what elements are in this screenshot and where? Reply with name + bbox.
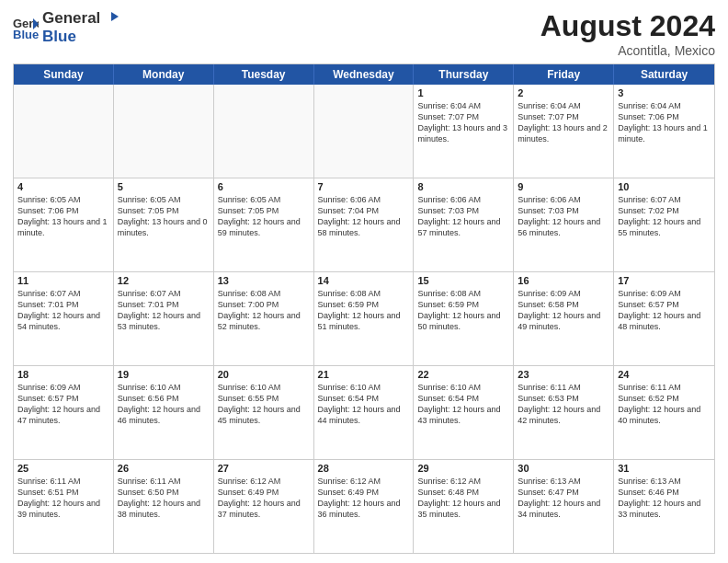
day-number: 27 xyxy=(218,463,310,474)
day-cell-25: 25Sunrise: 6:11 AMSunset: 6:51 PMDayligh… xyxy=(14,460,114,553)
day-cell-19: 19Sunrise: 6:10 AMSunset: 6:56 PMDayligh… xyxy=(114,366,214,459)
logo-icon: General Blue xyxy=(13,15,39,40)
day-info: Sunrise: 6:04 AMSunset: 7:07 PMDaylight:… xyxy=(518,100,609,145)
day-cell-23: 23Sunrise: 6:11 AMSunset: 6:53 PMDayligh… xyxy=(514,366,614,459)
calendar-header: SundayMondayTuesdayWednesdayThursdayFrid… xyxy=(14,64,714,85)
day-info: Sunrise: 6:09 AMSunset: 6:57 PMDaylight:… xyxy=(618,288,711,333)
logo-general: General xyxy=(42,9,100,28)
calendar: SundayMondayTuesdayWednesdayThursdayFrid… xyxy=(13,63,715,554)
header: General Blue General Blue August 2024 Ac… xyxy=(13,9,715,58)
day-cell-24: 24Sunrise: 6:11 AMSunset: 6:52 PMDayligh… xyxy=(614,366,714,459)
day-cell-1: 1Sunrise: 6:04 AMSunset: 7:07 PMDaylight… xyxy=(414,85,514,178)
calendar-row-1: 4Sunrise: 6:05 AMSunset: 7:06 PMDaylight… xyxy=(14,178,714,271)
day-number: 11 xyxy=(17,275,109,286)
empty-cell-0-0 xyxy=(14,85,114,178)
svg-text:Blue: Blue xyxy=(13,28,39,40)
day-cell-18: 18Sunrise: 6:09 AMSunset: 6:57 PMDayligh… xyxy=(14,366,114,459)
day-number: 31 xyxy=(618,463,711,474)
day-number: 25 xyxy=(17,463,109,474)
day-cell-14: 14Sunrise: 6:08 AMSunset: 6:59 PMDayligh… xyxy=(314,272,415,365)
day-info: Sunrise: 6:05 AMSunset: 7:05 PMDaylight:… xyxy=(218,194,310,239)
day-info: Sunrise: 6:10 AMSunset: 6:55 PMDaylight:… xyxy=(218,382,310,427)
day-number: 16 xyxy=(518,275,609,286)
day-number: 18 xyxy=(17,369,109,380)
day-info: Sunrise: 6:06 AMSunset: 7:04 PMDaylight:… xyxy=(318,194,410,239)
calendar-row-3: 18Sunrise: 6:09 AMSunset: 6:57 PMDayligh… xyxy=(14,365,714,459)
day-cell-20: 20Sunrise: 6:10 AMSunset: 6:55 PMDayligh… xyxy=(214,366,314,459)
day-number: 22 xyxy=(417,369,509,380)
day-number: 1 xyxy=(417,87,509,98)
day-number: 3 xyxy=(618,87,711,98)
weekday-header-friday: Friday xyxy=(514,64,614,85)
page: General Blue General Blue August 2024 Ac… xyxy=(0,0,728,563)
title-block: August 2024 Acontitla, Mexico xyxy=(540,9,715,58)
day-info: Sunrise: 6:08 AMSunset: 7:00 PMDaylight:… xyxy=(218,288,310,333)
day-number: 23 xyxy=(518,369,609,380)
day-number: 19 xyxy=(118,369,210,380)
day-info: Sunrise: 6:12 AMSunset: 6:49 PMDaylight:… xyxy=(218,476,310,521)
day-info: Sunrise: 6:12 AMSunset: 6:48 PMDaylight:… xyxy=(417,476,509,521)
day-number: 4 xyxy=(17,181,109,192)
day-cell-29: 29Sunrise: 6:12 AMSunset: 6:48 PMDayligh… xyxy=(414,460,514,553)
day-info: Sunrise: 6:11 AMSunset: 6:51 PMDaylight:… xyxy=(17,476,109,521)
svg-marker-3 xyxy=(111,12,119,21)
month-year: August 2024 xyxy=(540,9,715,43)
day-cell-3: 3Sunrise: 6:04 AMSunset: 7:06 PMDaylight… xyxy=(614,85,714,178)
day-number: 5 xyxy=(118,181,210,192)
day-info: Sunrise: 6:11 AMSunset: 6:50 PMDaylight:… xyxy=(118,476,210,521)
day-cell-21: 21Sunrise: 6:10 AMSunset: 6:54 PMDayligh… xyxy=(314,366,415,459)
day-number: 26 xyxy=(118,463,210,474)
calendar-row-2: 11Sunrise: 6:07 AMSunset: 7:01 PMDayligh… xyxy=(14,271,714,365)
day-cell-7: 7Sunrise: 6:06 AMSunset: 7:04 PMDaylight… xyxy=(314,178,415,271)
day-number: 24 xyxy=(618,369,711,380)
day-cell-15: 15Sunrise: 6:08 AMSunset: 6:59 PMDayligh… xyxy=(414,272,514,365)
day-number: 29 xyxy=(417,463,509,474)
day-number: 8 xyxy=(417,181,509,192)
day-cell-4: 4Sunrise: 6:05 AMSunset: 7:06 PMDaylight… xyxy=(14,178,114,271)
day-info: Sunrise: 6:13 AMSunset: 6:47 PMDaylight:… xyxy=(518,476,609,521)
day-cell-9: 9Sunrise: 6:06 AMSunset: 7:03 PMDaylight… xyxy=(514,178,614,271)
day-cell-5: 5Sunrise: 6:05 AMSunset: 7:05 PMDaylight… xyxy=(114,178,214,271)
empty-cell-0-3 xyxy=(314,85,415,178)
logo: General Blue General Blue xyxy=(13,9,119,46)
day-info: Sunrise: 6:05 AMSunset: 7:05 PMDaylight:… xyxy=(118,194,210,239)
day-number: 13 xyxy=(218,275,310,286)
day-cell-10: 10Sunrise: 6:07 AMSunset: 7:02 PMDayligh… xyxy=(614,178,714,271)
weekday-header-wednesday: Wednesday xyxy=(314,64,415,85)
weekday-header-tuesday: Tuesday xyxy=(214,64,314,85)
day-info: Sunrise: 6:07 AMSunset: 7:02 PMDaylight:… xyxy=(618,194,711,239)
empty-cell-0-1 xyxy=(114,85,214,178)
calendar-row-0: 1Sunrise: 6:04 AMSunset: 7:07 PMDaylight… xyxy=(14,85,714,178)
weekday-header-thursday: Thursday xyxy=(414,64,514,85)
weekday-header-sunday: Sunday xyxy=(14,64,114,85)
day-number: 21 xyxy=(318,369,410,380)
day-info: Sunrise: 6:10 AMSunset: 6:56 PMDaylight:… xyxy=(118,382,210,427)
weekday-header-saturday: Saturday xyxy=(614,64,714,85)
day-info: Sunrise: 6:09 AMSunset: 6:58 PMDaylight:… xyxy=(518,288,609,333)
day-info: Sunrise: 6:06 AMSunset: 7:03 PMDaylight:… xyxy=(518,194,609,239)
day-cell-16: 16Sunrise: 6:09 AMSunset: 6:58 PMDayligh… xyxy=(514,272,614,365)
day-number: 28 xyxy=(318,463,410,474)
day-info: Sunrise: 6:08 AMSunset: 6:59 PMDaylight:… xyxy=(417,288,509,333)
day-cell-8: 8Sunrise: 6:06 AMSunset: 7:03 PMDaylight… xyxy=(414,178,514,271)
day-cell-31: 31Sunrise: 6:13 AMSunset: 6:46 PMDayligh… xyxy=(614,460,714,553)
day-info: Sunrise: 6:09 AMSunset: 6:57 PMDaylight:… xyxy=(17,382,109,427)
logo-flag-icon xyxy=(102,10,119,27)
day-cell-2: 2Sunrise: 6:04 AMSunset: 7:07 PMDaylight… xyxy=(514,85,614,178)
day-cell-27: 27Sunrise: 6:12 AMSunset: 6:49 PMDayligh… xyxy=(214,460,314,553)
weekday-header-monday: Monday xyxy=(114,64,214,85)
empty-cell-0-2 xyxy=(214,85,314,178)
day-info: Sunrise: 6:11 AMSunset: 6:52 PMDaylight:… xyxy=(618,382,711,427)
day-number: 10 xyxy=(618,181,711,192)
day-number: 30 xyxy=(518,463,609,474)
location: Acontitla, Mexico xyxy=(540,43,715,58)
day-cell-13: 13Sunrise: 6:08 AMSunset: 7:00 PMDayligh… xyxy=(214,272,314,365)
day-info: Sunrise: 6:08 AMSunset: 6:59 PMDaylight:… xyxy=(318,288,410,333)
day-number: 15 xyxy=(417,275,509,286)
day-info: Sunrise: 6:12 AMSunset: 6:49 PMDaylight:… xyxy=(318,476,410,521)
calendar-body: 1Sunrise: 6:04 AMSunset: 7:07 PMDaylight… xyxy=(14,85,714,553)
day-cell-17: 17Sunrise: 6:09 AMSunset: 6:57 PMDayligh… xyxy=(614,272,714,365)
day-cell-30: 30Sunrise: 6:13 AMSunset: 6:47 PMDayligh… xyxy=(514,460,614,553)
day-number: 6 xyxy=(218,181,310,192)
day-cell-28: 28Sunrise: 6:12 AMSunset: 6:49 PMDayligh… xyxy=(314,460,415,553)
